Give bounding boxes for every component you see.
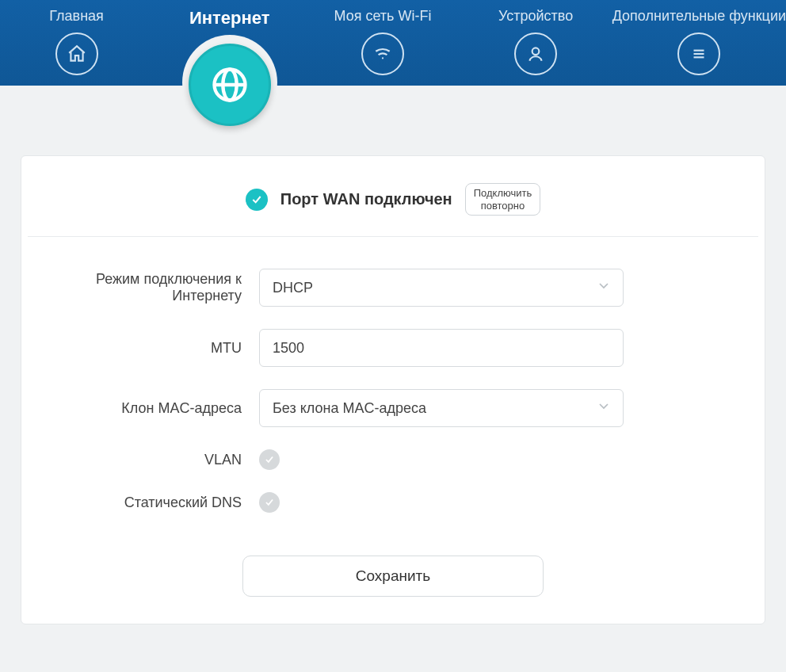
nav-internet-icon-wrap <box>182 35 277 130</box>
reconnect-line2: повторно <box>481 200 525 212</box>
internet-form: Режим подключения к Интернету DHCP MTU К… <box>21 237 765 605</box>
mtu-input-wrap <box>259 329 624 367</box>
wifi-icon <box>361 32 404 75</box>
static-dns-toggle[interactable] <box>259 492 280 513</box>
row-vlan: VLAN <box>77 449 709 470</box>
mtu-input[interactable] <box>273 340 610 357</box>
mac-clone-value: Без клона MAC-адреса <box>273 400 426 417</box>
nav-more-label: Дополнительные функции <box>612 8 786 25</box>
row-mtu: MTU <box>77 329 709 367</box>
connection-mode-value: DHCP <box>273 280 313 296</box>
save-row: Сохранить <box>77 556 709 597</box>
nav-home-label: Главная <box>0 8 153 25</box>
nav-more[interactable]: Дополнительные функции <box>612 8 786 75</box>
top-nav: Главная Интернет Моя сеть Wi-Fi <box>0 0 786 86</box>
nav-internet[interactable]: Интернет <box>153 8 306 36</box>
row-mac-clone: Клон MAC-адреса Без клона MAC-адреса <box>77 389 709 427</box>
nav-wifi[interactable]: Моя сеть Wi-Fi <box>306 8 459 75</box>
nav-device[interactable]: Устройство <box>460 8 612 75</box>
vlan-label: VLAN <box>77 452 259 468</box>
globe-icon <box>189 44 271 126</box>
save-button[interactable]: Сохранить <box>242 556 544 597</box>
wan-status-row: Порт WAN подключен Подключить повторно <box>28 156 758 237</box>
mtu-label: MTU <box>77 340 259 357</box>
reconnect-line1: Подключить <box>474 187 532 199</box>
connection-mode-select[interactable]: DHCP <box>259 269 624 307</box>
mac-clone-label: Клон MAC-адреса <box>77 400 259 417</box>
settings-card: Порт WAN подключен Подключить повторно Р… <box>21 155 765 624</box>
user-icon <box>514 32 557 75</box>
nav-home[interactable]: Главная <box>0 8 153 75</box>
static-dns-label: Статический DNS <box>77 494 259 511</box>
nav-device-label: Устройство <box>460 8 612 25</box>
row-connection-mode: Режим подключения к Интернету DHCP <box>77 269 709 307</box>
chevron-down-icon <box>596 278 612 298</box>
check-icon <box>246 189 268 211</box>
reconnect-button[interactable]: Подключить повторно <box>465 183 541 216</box>
nav-internet-label: Интернет <box>153 8 306 29</box>
svg-point-4 <box>532 48 540 55</box>
connection-mode-label: Режим подключения к Интернету <box>77 271 259 304</box>
mac-clone-select[interactable]: Без клона MAC-адреса <box>259 389 624 427</box>
chevron-down-icon <box>596 399 612 418</box>
menu-icon <box>677 32 720 75</box>
row-static-dns: Статический DNS <box>77 492 709 513</box>
nav-wifi-label: Моя сеть Wi-Fi <box>306 8 459 25</box>
vlan-toggle[interactable] <box>259 449 280 470</box>
home-icon <box>55 32 98 75</box>
svg-point-3 <box>382 57 383 59</box>
wan-status-text: Порт WAN подключен <box>280 190 452 208</box>
